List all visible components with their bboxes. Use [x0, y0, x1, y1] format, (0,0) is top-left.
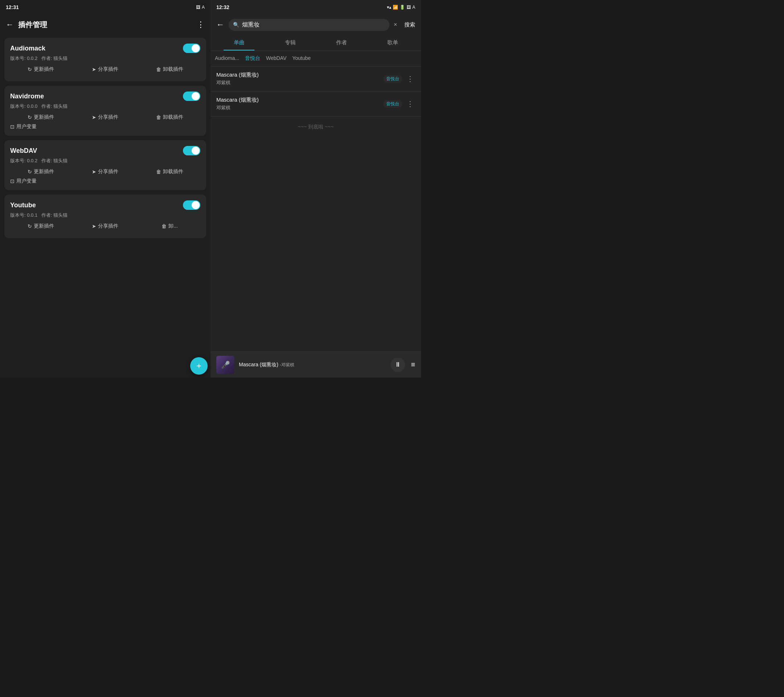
result-title-2: Mascara (烟熏妆): [216, 97, 383, 104]
search-query-text: 烟熏妆: [242, 21, 385, 29]
header-right: ← 🔍 烟熏妆 × 搜索: [211, 15, 421, 35]
plugin-name-audiomack: Audiomack: [10, 44, 45, 52]
photo-icon: 🖼: [196, 5, 200, 10]
trash-icon-webdav: 🗑: [156, 169, 161, 175]
back-button-right[interactable]: ←: [216, 20, 224, 30]
status-icons-left: 🖼 A: [196, 5, 205, 10]
user-variable-navidrome[interactable]: ⊡ 用户变量: [10, 124, 37, 130]
plugin-header-audiomack: Audiomack: [10, 44, 200, 53]
source-tab-yinyuetai[interactable]: 音悦台: [245, 54, 260, 63]
trash-icon-nav: 🗑: [156, 114, 161, 120]
share-plugin-webdav[interactable]: ➤ 分享插件: [74, 168, 136, 175]
share-icon-yt: ➤: [92, 223, 96, 229]
search-button[interactable]: 搜索: [404, 21, 415, 28]
result-item-2[interactable]: Mascara (烟熏妆) 邓紫棋 音悦台 ⋮: [211, 91, 421, 117]
player-track-title: Mascara (烟熏妆) -邓紫棋: [239, 362, 294, 367]
tab-album[interactable]: 专辑: [265, 35, 316, 51]
pause-icon: ⏸: [395, 361, 401, 369]
uninstall-plugin-navidrome[interactable]: 🗑 卸载插件: [139, 114, 200, 120]
plugin-list: Audiomack 版本号: 0.0.2 作者: 猫头猫 ↻ 更新插件 ➤ 分享…: [0, 35, 211, 377]
player-controls: ⏸ ≡: [390, 358, 415, 372]
plugin-header-youtube: Youtube: [10, 200, 200, 210]
player-thumb-inner: 🎤: [216, 356, 234, 374]
share-plugin-navidrome[interactable]: ➤ 分享插件: [74, 114, 136, 120]
trash-icon: 🗑: [156, 66, 161, 72]
share-icon: ➤: [92, 66, 96, 72]
left-panel: 12:31 🖼 A ← 插件管理 ⋮ Audiomack 版本号: 0.0.2 …: [0, 0, 211, 377]
toggle-youtube[interactable]: [183, 200, 200, 210]
playlist-button[interactable]: ≡: [411, 361, 415, 369]
source-tab-youtube[interactable]: Youtube: [292, 54, 311, 63]
fab-add-button[interactable]: +: [190, 357, 208, 375]
status-time-left: 12:31: [6, 4, 19, 10]
plugin-card-audiomack: Audiomack 版本号: 0.0.2 作者: 猫头猫 ↻ 更新插件 ➤ 分享…: [4, 38, 206, 81]
search-container: 🔍 烟熏妆: [229, 19, 389, 31]
tab-playlist[interactable]: 歌单: [367, 35, 418, 51]
source-tab-webdav[interactable]: WebDAV: [266, 54, 287, 63]
wifi-icon: ▾▴: [387, 5, 391, 10]
signal-icon: 📶: [393, 5, 398, 10]
plugin-actions-youtube: ↻ 更新插件 ➤ 分享插件 🗑 卸...: [10, 223, 200, 229]
category-tabs: 单曲 专辑 作者 歌单: [211, 35, 421, 51]
refresh-icon: ↻: [28, 66, 32, 72]
back-button-left[interactable]: ←: [6, 20, 14, 30]
menu-button[interactable]: ⋮: [197, 20, 205, 30]
search-results: Mascara (烟熏妆) 邓紫棋 音悦台 ⋮ Mascara (烟熏妆) 邓紫…: [211, 66, 421, 351]
uninstall-plugin-audiomack[interactable]: 🗑 卸载插件: [139, 66, 200, 73]
plus-icon: +: [196, 361, 201, 371]
status-icons-right: ▾▴ 📶 🔋 🖼 A: [387, 5, 415, 10]
update-plugin-youtube[interactable]: ↻ 更新插件: [10, 223, 71, 229]
refresh-icon-webdav: ↻: [28, 169, 32, 175]
right-panel: 12:32 ▾▴ 📶 🔋 🖼 A ← 🔍 烟熏妆 × 搜索 单曲 专辑 作者 歌…: [211, 0, 421, 377]
plugin-extra-webdav: ⊡ 用户变量: [10, 178, 200, 185]
tab-single[interactable]: 单曲: [213, 35, 265, 51]
text-icon-right: A: [412, 5, 415, 10]
photo-icon-right: 🖼: [407, 5, 411, 10]
result-info-2: Mascara (烟熏妆) 邓紫棋: [216, 97, 383, 111]
uninstall-plugin-webdav[interactable]: 🗑 卸载插件: [139, 168, 200, 175]
header-left: ← 插件管理 ⋮: [0, 15, 211, 35]
plugin-card-navidrome: Navidrome 版本号: 0.0.0 作者: 猫头猫 ↻ 更新插件 ➤ 分享…: [4, 86, 206, 136]
plugin-meta-navidrome: 版本号: 0.0.0 作者: 猫头猫: [10, 103, 200, 110]
update-plugin-audiomack[interactable]: ↻ 更新插件: [10, 66, 71, 73]
toggle-audiomack[interactable]: [183, 44, 200, 53]
variable-icon-webdav: ⊡: [10, 178, 15, 184]
plugin-extra-navidrome: ⊡ 用户变量: [10, 124, 200, 130]
result-artist-2: 邓紫棋: [216, 105, 383, 111]
player-info: Mascara (烟熏妆) -邓紫棋: [239, 361, 386, 368]
user-variable-webdav[interactable]: ⊡ 用户变量: [10, 178, 37, 185]
plugin-actions-audiomack: ↻ 更新插件 ➤ 分享插件 🗑 卸载插件: [10, 66, 200, 73]
pause-button[interactable]: ⏸: [390, 358, 405, 372]
toggle-navidrome[interactable]: [183, 91, 200, 101]
source-tabs: Audioma... 音悦台 WebDAV Youtube: [211, 51, 421, 66]
toggle-webdav[interactable]: [183, 146, 200, 155]
refresh-icon-nav: ↻: [28, 114, 32, 120]
status-bar-right: 12:32 ▾▴ 📶 🔋 🖼 A: [211, 0, 421, 15]
tab-author[interactable]: 作者: [316, 35, 367, 51]
search-clear-button[interactable]: ×: [394, 21, 397, 28]
status-bar-left: 12:31 🖼 A: [0, 0, 211, 15]
result-more-1[interactable]: ⋮: [405, 73, 415, 85]
player-thumbnail: 🎤: [216, 356, 234, 374]
plugin-meta-audiomack: 版本号: 0.0.2 作者: 猫头猫: [10, 55, 200, 62]
uninstall-plugin-youtube[interactable]: 🗑 卸...: [139, 223, 200, 229]
variable-icon-nav: ⊡: [10, 124, 15, 130]
player-bar: 🎤 Mascara (烟熏妆) -邓紫棋 ⏸ ≡: [211, 351, 421, 377]
update-plugin-webdav[interactable]: ↻ 更新插件: [10, 168, 71, 175]
plugin-meta-youtube: 版本号: 0.0.1 作者: 猫头猫: [10, 212, 200, 219]
source-tab-audiomack[interactable]: Audioma...: [215, 54, 239, 63]
search-icon: 🔍: [233, 22, 239, 28]
plugin-header-navidrome: Navidrome: [10, 91, 200, 101]
plugin-actions-navidrome: ↻ 更新插件 ➤ 分享插件 🗑 卸载插件: [10, 114, 200, 120]
page-title: 插件管理: [18, 20, 193, 30]
share-plugin-youtube[interactable]: ➤ 分享插件: [74, 223, 136, 229]
plugin-card-webdav: WebDAV 版本号: 0.0.2 作者: 猫头猫 ↻ 更新插件 ➤ 分享插件 …: [4, 140, 206, 190]
result-more-2[interactable]: ⋮: [405, 98, 415, 110]
result-title-1: Mascara (烟熏妆): [216, 71, 383, 78]
share-plugin-audiomack[interactable]: ➤ 分享插件: [74, 66, 136, 73]
plugin-meta-webdav: 版本号: 0.0.2 作者: 猫头猫: [10, 158, 200, 164]
update-plugin-navidrome[interactable]: ↻ 更新插件: [10, 114, 71, 120]
result-badge-1: 音悦台: [383, 75, 402, 83]
result-item-1[interactable]: Mascara (烟熏妆) 邓紫棋 音悦台 ⋮: [211, 66, 421, 91]
plugin-header-webdav: WebDAV: [10, 146, 200, 155]
